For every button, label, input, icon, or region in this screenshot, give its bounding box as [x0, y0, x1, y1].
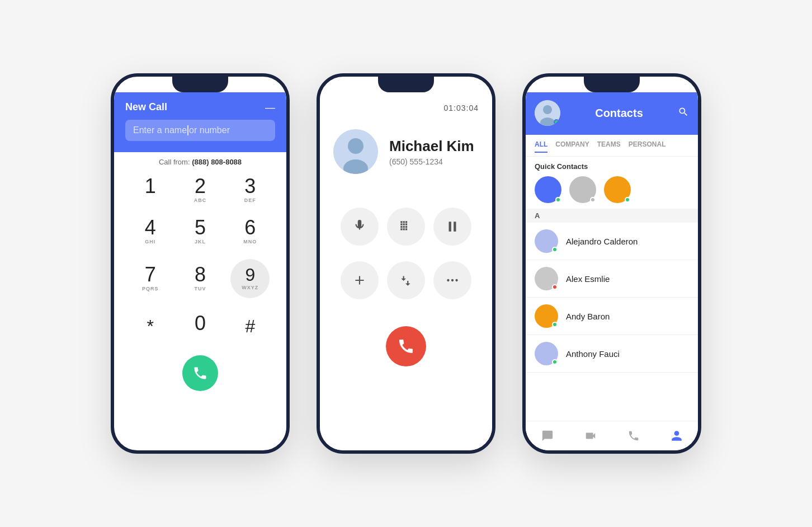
contact-alex[interactable]: Alex Esmlie: [526, 260, 698, 298]
key-0-num: 0: [195, 313, 206, 333]
tab-all[interactable]: ALL: [535, 140, 547, 153]
contact-alejandro-avatar: [535, 229, 558, 253]
phones-container: New Call — Enter a name or number Call f…: [88, 51, 724, 476]
key-9-num: 9: [245, 266, 255, 284]
key-6-num: 6: [244, 218, 256, 238]
key-8-letters: TUV: [194, 286, 206, 293]
dial-actions: [114, 355, 286, 397]
key-9-letters: WXYZ: [242, 285, 258, 291]
nav-chat-button[interactable]: [539, 427, 556, 445]
key-5-letters: JKL: [195, 239, 206, 246]
quick-contact-3-status: [625, 197, 630, 203]
phone-nav-icon: [627, 430, 640, 442]
key-star[interactable]: *: [125, 305, 175, 350]
contact-alex-status: [552, 284, 558, 290]
contact-anthony[interactable]: Anthony Fauci: [526, 335, 698, 373]
key-4-letters: GHI: [145, 239, 155, 246]
key-2-num: 2: [195, 176, 206, 196]
transfer-button[interactable]: [387, 261, 425, 299]
key-2[interactable]: 2 ABC: [175, 170, 225, 211]
call-contact-name: Michael Kim: [389, 138, 479, 155]
input-text-after: or number: [189, 125, 230, 135]
call-contact-avatar: [333, 129, 378, 174]
call-from-number: (888) 808-8088: [192, 158, 242, 166]
quick-contacts-section: Quick Contacts: [526, 157, 698, 209]
key-4-num: 4: [145, 218, 156, 238]
key-hash-num: #: [245, 317, 255, 335]
hold-button[interactable]: [433, 208, 471, 246]
key-9[interactable]: 9 WXYZ: [230, 259, 270, 298]
call-button[interactable]: [182, 355, 218, 391]
key-7-num: 7: [145, 265, 156, 285]
svg-point-7: [543, 105, 552, 114]
key-0[interactable]: 0: [175, 305, 225, 350]
section-a-label: A: [535, 211, 540, 220]
quick-contact-1[interactable]: [535, 176, 561, 203]
more-options-button[interactable]: [433, 261, 471, 299]
key-3-num: 3: [244, 176, 256, 196]
quick-avatars: [535, 176, 689, 203]
contact-andy-status: [552, 322, 558, 327]
active-call-screen: 01:03:04 Michael Kim (650) 555-1234: [320, 92, 492, 450]
mute-button[interactable]: [341, 208, 379, 246]
end-call-icon: [397, 337, 415, 355]
input-placeholder-text: Enter a name: [133, 125, 187, 135]
section-a-header: A: [526, 209, 698, 223]
key-1-num: 1: [145, 176, 156, 196]
tab-company[interactable]: COMPANY: [555, 140, 589, 153]
quick-contact-1-status: [555, 197, 561, 203]
bottom-nav: [526, 421, 698, 450]
key-8[interactable]: 8 TUV: [175, 252, 225, 305]
minimize-button[interactable]: —: [265, 102, 275, 112]
key-1[interactable]: 1: [125, 170, 175, 211]
phone-active-call: 01:03:04 Michael Kim (650) 555-1234: [317, 73, 495, 454]
microphone-icon: [352, 219, 367, 234]
dialer-search-input[interactable]: Enter a name or number: [125, 120, 275, 141]
key-7-letters: PQRS: [142, 286, 159, 293]
call-contact-info: Michael Kim (650) 555-1234: [320, 129, 492, 174]
key-9-wrapper: 9 WXYZ: [225, 252, 275, 305]
contact-alex-avatar: [535, 267, 558, 290]
tab-teams[interactable]: TEAMS: [597, 140, 621, 153]
key-star-num: *: [147, 317, 153, 335]
nav-video-button[interactable]: [582, 427, 599, 445]
controls-row-2: [337, 261, 475, 299]
nav-contacts-button[interactable]: [668, 427, 686, 445]
contact-andy-avatar: [535, 304, 558, 328]
contacts-search-button[interactable]: [678, 106, 689, 120]
key-6[interactable]: 6 MNO: [225, 211, 275, 252]
nav-phone-button[interactable]: [625, 427, 643, 445]
contact-andy-name: Andy Baron: [566, 312, 610, 321]
key-7[interactable]: 7 PQRS: [125, 252, 175, 305]
add-call-button[interactable]: [341, 261, 379, 299]
quick-contact-3[interactable]: [604, 176, 631, 203]
call-contact-details: Michael Kim (650) 555-1234: [389, 138, 479, 166]
tab-personal[interactable]: PERSONAL: [629, 140, 666, 153]
contact-anthony-name: Anthony Fauci: [566, 349, 620, 359]
search-icon: [678, 106, 689, 117]
contact-andy[interactable]: Andy Baron: [526, 298, 698, 335]
key-hash[interactable]: #: [225, 305, 275, 350]
chat-icon: [541, 430, 554, 442]
key-3[interactable]: 3 DEF: [225, 170, 275, 211]
dots-icon: [445, 273, 460, 288]
call-contact-number: (650) 555-1234: [389, 157, 479, 166]
key-3-letters: DEF: [244, 197, 256, 204]
call-from-info: Call from: (888) 808-8088: [114, 152, 286, 170]
end-call-row: [386, 326, 426, 366]
contact-alejandro-name: Alejandro Calderon: [566, 237, 638, 246]
pause-icon: [445, 219, 460, 234]
keypad-button[interactable]: [387, 208, 425, 246]
key-5[interactable]: 5 JKL: [175, 211, 225, 252]
contact-alejandro[interactable]: Alejandro Calderon: [526, 223, 698, 260]
call-controls: [320, 208, 492, 315]
dial-pad: 1 2 ABC 3 DEF 4 GHI 5 JKL: [114, 170, 286, 350]
call-from-label: Call from:: [159, 158, 190, 166]
quick-contacts-title: Quick Contacts: [535, 162, 689, 171]
quick-contact-2[interactable]: [569, 176, 596, 203]
contacts-title: Contacts: [567, 107, 671, 120]
svg-point-1: [348, 138, 363, 154]
key-4[interactable]: 4 GHI: [125, 211, 175, 252]
end-call-button[interactable]: [386, 326, 426, 366]
contact-anthony-status: [552, 359, 558, 365]
